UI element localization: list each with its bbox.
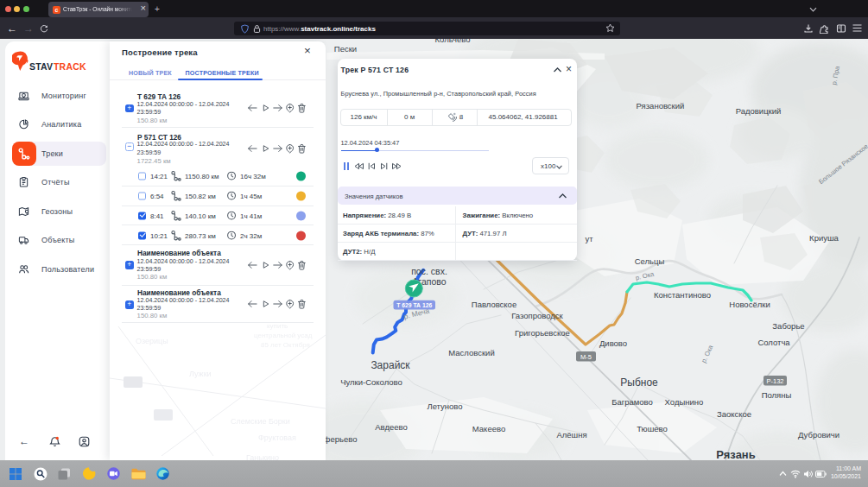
svg-text:Газопроводск: Газопроводск [511, 311, 563, 320]
svg-text:Зарайск: Зарайск [371, 359, 410, 371]
svg-text:Баграмово: Баграмово [611, 397, 653, 407]
svg-text:ферьево: ферьево [324, 434, 358, 444]
svg-text:Заокское: Заокское [717, 409, 751, 419]
svg-text:Дивово: Дивово [599, 338, 627, 348]
svg-text:Р-132: Р-132 [766, 377, 783, 385]
svg-text:Ходынино: Ходынино [665, 397, 704, 407]
svg-text:Алёшня: Алёшня [556, 430, 586, 440]
svg-text:Т 629 ТА 126: Т 629 ТА 126 [396, 302, 432, 308]
svg-text:М-5: М-5 [580, 353, 592, 361]
svg-text:Чулки-Соколово: Чулки-Соколово [340, 377, 402, 387]
svg-text:Дубровичи: Дубровичи [798, 430, 839, 440]
svg-text:Масловский: Масловский [448, 348, 494, 357]
svg-text:Радовицкий: Радовицкий [736, 106, 782, 116]
svg-text:Рязановский: Рязановский [637, 101, 685, 111]
svg-text:Поляны: Поляны [762, 390, 792, 400]
svg-text:Рязань: Рязань [716, 448, 755, 460]
svg-text:Константиново: Константиново [654, 290, 711, 300]
svg-text:Сельцы: Сельцы [635, 256, 665, 266]
svg-text:Рыбное: Рыбное [620, 376, 658, 389]
svg-text:ут: ут [585, 234, 593, 244]
svg-text:Новосёлки: Новосёлки [729, 300, 770, 309]
svg-text:STAV: STAV [29, 61, 53, 72]
svg-text:Кольчево: Кольчево [435, 39, 471, 44]
svg-text:Авдеево: Авдеево [375, 422, 408, 432]
svg-text:Павловское: Павловское [472, 300, 516, 309]
svg-text:Макеево: Макеево [472, 424, 505, 433]
svg-text:Тюшево: Тюшево [637, 424, 668, 433]
svg-text:Пески: Пески [334, 44, 357, 54]
svg-text:Григорьевское: Григорьевское [515, 328, 570, 338]
svg-text:Криуша: Криуша [809, 233, 839, 243]
svg-text:Заборье: Заборье [772, 321, 804, 331]
svg-text:Летуново: Летуново [427, 402, 462, 411]
svg-text:Солотча: Солотча [757, 338, 790, 347]
svg-text:пос. свх.: пос. свх. [411, 266, 447, 276]
svg-text:TRACK: TRACK [54, 61, 86, 72]
